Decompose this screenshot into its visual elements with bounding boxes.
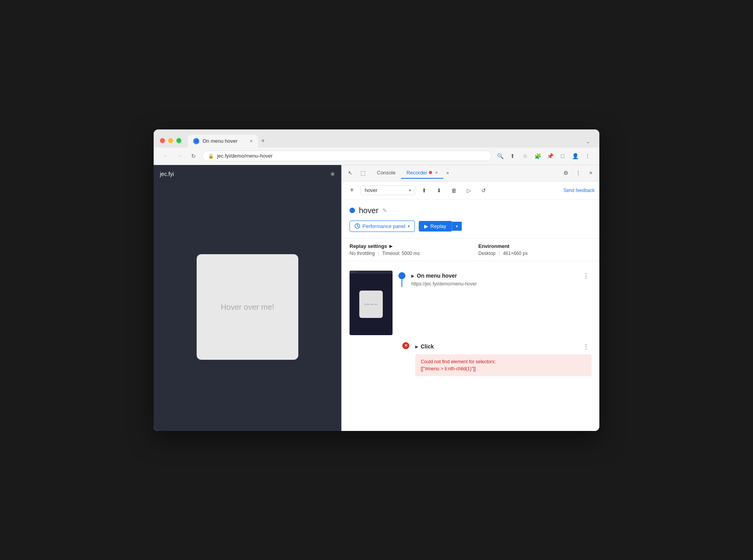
- recorder-toolbar: + hover ▾ ⬆ ⬇ 🗑 ▷ ↺ Send feedback: [342, 181, 599, 200]
- step-indicator-red: ✕: [402, 342, 409, 349]
- tab-recorder[interactable]: Recorder ×: [401, 167, 443, 179]
- devtools-panel: ↖ ⬚ Console Recorder × » ⚙ ⋮ ×: [341, 165, 599, 431]
- step-line-1: [402, 279, 402, 287]
- performance-panel-button[interactable]: Performance panel ▾: [350, 221, 415, 232]
- hover-card-text: Hover over me!: [221, 303, 274, 312]
- recorder-active-dot: [429, 171, 432, 174]
- tab-title: On menu hover: [203, 138, 238, 144]
- url-text: jec.fyi/demo/menu-hover: [217, 153, 486, 159]
- close-traffic-light[interactable]: [160, 138, 165, 143]
- thumb-content: Hover over me!: [350, 274, 393, 335]
- no-throttling-label: No throttling: [350, 251, 375, 256]
- export-button[interactable]: ⬆: [418, 185, 430, 196]
- replay-main-button[interactable]: ▶ Replay: [419, 221, 452, 232]
- traffic-lights: [160, 138, 181, 143]
- replay-settings-title[interactable]: Replay settings ▶: [350, 243, 463, 249]
- tab-end-chevron: ⌄: [583, 136, 593, 147]
- recording-dropdown[interactable]: hover ▾: [360, 185, 415, 195]
- browser-window: 🔵 On menu hover × + ⌄ ← → ↻ 🔒 jec.fyi/de…: [154, 129, 599, 431]
- settings-gear-icon[interactable]: ⚙: [560, 167, 571, 178]
- forward-button[interactable]: →: [174, 151, 185, 162]
- back-button[interactable]: ←: [160, 151, 171, 162]
- url-bar[interactable]: 🔒 jec.fyi/demo/menu-hover: [202, 151, 491, 161]
- step-more-button-1[interactable]: ⋮: [581, 271, 592, 280]
- inspector-icon[interactable]: ↖: [345, 167, 356, 178]
- thumb-dot-1: [351, 271, 352, 273]
- recorder-close-icon[interactable]: ×: [435, 170, 437, 175]
- replay-settings-chevron-icon: ▶: [389, 244, 393, 248]
- table-row: ✕ ▶ Click ⋮ Could not find element for s…: [342, 338, 599, 379]
- environment-group: Environment Desktop | 461×660 px: [479, 243, 592, 256]
- step-title-2: Click: [421, 343, 434, 350]
- perf-icon: [355, 223, 360, 229]
- delete-button[interactable]: 🗑: [448, 185, 460, 196]
- replay-button[interactable]: ▶ Replay ▾: [419, 221, 462, 232]
- recorder-add-button[interactable]: +: [346, 185, 357, 196]
- active-tab[interactable]: 🔵 On menu hover ×: [188, 135, 258, 147]
- settings-divider: |: [378, 251, 379, 256]
- tab-bar: 🔵 On menu hover × + ⌄: [188, 134, 593, 147]
- thumb-card: Hover over me!: [359, 291, 383, 318]
- site-name: jec.fyi: [160, 171, 174, 177]
- environment-detail: Desktop | 461×660 px: [479, 251, 592, 256]
- search-icon[interactable]: 🔍: [495, 151, 506, 162]
- more-tabs-button[interactable]: »: [443, 168, 452, 178]
- minimize-traffic-light[interactable]: [168, 138, 173, 143]
- recorder-tab-label: Recorder: [407, 170, 427, 176]
- step-title-row-1: ▶ On menu hover ⋮: [411, 271, 592, 280]
- devtools-tabs: Console Recorder × »: [371, 167, 559, 179]
- recording-header: hover ✎ Performance panel ▾: [342, 200, 599, 239]
- step-play-button[interactable]: ▷: [463, 185, 475, 196]
- share-icon[interactable]: ⬆: [507, 151, 518, 162]
- close-devtools-icon[interactable]: ×: [585, 167, 596, 178]
- more-options-devtools-icon[interactable]: ⋮: [573, 167, 584, 178]
- step-expand-icon-1[interactable]: ▶: [411, 274, 414, 278]
- more-options-icon[interactable]: ⋮: [582, 151, 593, 162]
- webpage-header: jec.fyi ✳: [154, 165, 341, 183]
- step-connector-2: ✕: [401, 341, 411, 349]
- maximize-traffic-light[interactable]: [176, 138, 181, 143]
- main-area: jec.fyi ✳ Hover over me! ↖ ⬚ Console Rec…: [154, 165, 599, 431]
- steps-section: Hover over me! ▶ On menu hover ⋮ http: [342, 261, 599, 431]
- env-divider: |: [499, 251, 500, 256]
- step-expand-icon-2[interactable]: ▶: [415, 345, 418, 349]
- perf-dropdown-arrow-icon: ▾: [408, 224, 410, 228]
- edit-name-icon[interactable]: ✎: [382, 207, 387, 214]
- reload-button[interactable]: ↻: [188, 151, 199, 162]
- thumb-dot-3: [355, 271, 356, 273]
- new-tab-button[interactable]: +: [258, 134, 268, 147]
- step-url-1: https://jec.fyi/demo/menu-hover: [411, 281, 592, 287]
- recording-title-row: hover ✎: [350, 206, 592, 215]
- thumb-titlebar: [350, 271, 393, 274]
- browser-actions: 🔍 ⬆ ☆ 🧩 📌 □ 👤 ⋮: [495, 151, 593, 162]
- recording-actions: Performance panel ▾ ▶ Replay ▾: [350, 221, 592, 232]
- import-button[interactable]: ⬇: [433, 185, 445, 196]
- environment-label: Environment: [479, 243, 509, 249]
- replay-play-icon: ▶: [424, 223, 428, 229]
- profile-icon[interactable]: 👤: [570, 151, 581, 162]
- desktop-label: Desktop: [479, 251, 496, 256]
- sun-icon[interactable]: ✳: [330, 171, 335, 178]
- replay-dropdown-arrow[interactable]: ▾: [452, 222, 462, 231]
- device-toolbar-icon[interactable]: ⬚: [357, 167, 368, 178]
- step-more-button-2[interactable]: ⋮: [581, 342, 592, 351]
- send-feedback-link[interactable]: Send feedback: [563, 188, 595, 193]
- cast-icon[interactable]: □: [557, 151, 568, 162]
- tab-console[interactable]: Console: [371, 167, 401, 179]
- replay-settings-detail: No throttling | Timeout: 5000 ms: [350, 251, 463, 256]
- timeout-label: Timeout: 5000 ms: [382, 251, 420, 256]
- recording-status-dot: [350, 208, 355, 213]
- step-thumbnail: Hover over me!: [350, 271, 393, 335]
- hover-card[interactable]: Hover over me!: [197, 254, 298, 360]
- step-back-button[interactable]: ↺: [478, 185, 489, 196]
- step-content-1: ▶ On menu hover ⋮ https://jec.fyi/demo/m…: [411, 271, 592, 287]
- tab-favicon: 🔵: [193, 138, 199, 144]
- replay-settings-group: Replay settings ▶ No throttling | Timeou…: [350, 243, 463, 256]
- bookmark-icon[interactable]: ☆: [520, 151, 531, 162]
- step-title-1: On menu hover: [417, 273, 457, 279]
- pin-icon[interactable]: 📌: [545, 151, 556, 162]
- error-selectors: [["#menu > li:nth-child(1)"]]: [421, 366, 476, 372]
- extensions-icon[interactable]: 🧩: [532, 151, 543, 162]
- lock-icon: 🔒: [208, 153, 214, 159]
- tab-close-button[interactable]: ×: [250, 138, 253, 144]
